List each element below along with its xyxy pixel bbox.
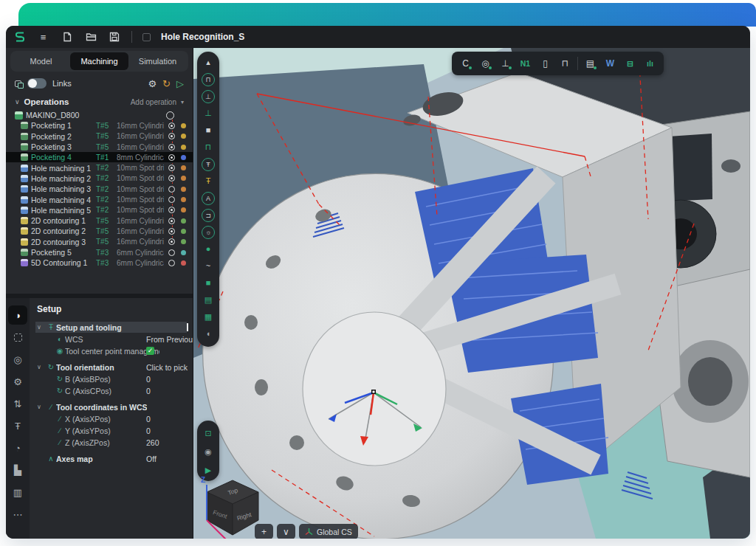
fixture-icon[interactable]: ▙ [8,460,27,480]
part-icon[interactable]: ◖ [197,326,219,341]
tool-holder-icon[interactable]: ⊓ [555,55,575,72]
section-value[interactable]: Off [146,455,157,463]
collapse-chevron-icon[interactable]: ▴ [197,55,219,69]
operation-row[interactable]: Hole machining 1 T#2 10mm Spot drill [6,162,193,173]
links-toggle[interactable] [27,78,47,89]
global-cs-button[interactable]: Global CS [299,524,358,539]
section-collapse-icon[interactable]: ∨ [37,364,46,370]
tool-stack-icon[interactable]: ⊟ [620,55,640,72]
operation-row[interactable]: Pocketing 5 T#3 6mm Cylindrical [6,247,193,258]
setup-row[interactable]: ∕Y (AxisYPos)0 [37,425,188,436]
operation-status-icon[interactable] [168,143,176,151]
tool-small-icon[interactable]: ⊥ [197,106,219,120]
add-cs-button[interactable]: + [255,524,273,539]
tab-machining[interactable]: Machining [70,52,128,70]
operation-color-dot[interactable] [181,123,186,128]
cs-dropdown-button[interactable]: ∨ [277,524,295,539]
operation-color-dot[interactable] [181,197,186,202]
screwdriver-icon[interactable]: Ŧ [197,156,219,173]
operation-status-icon[interactable] [168,132,176,140]
operation-status-icon[interactable] [168,249,176,257]
setup-section-header[interactable]: ∨↻Tool orientationClick to pick [37,362,188,373]
workpiece-icon[interactable] [8,328,27,347]
setup-row[interactable]: ∕X (AxisXPos)0 [37,413,188,424]
operation-color-dot[interactable] [181,176,186,181]
wcs-setup-icon[interactable]: ◑ [8,305,27,325]
operation-row[interactable]: Pocketing 4 T#1 8mm Cylindrical [6,152,193,162]
tool-icon[interactable]: Ŧ [8,416,27,435]
operation-row[interactable]: Hole machining 5 T#2 10mm Spot drill [6,205,193,215]
setup-row-value[interactable]: 0 [146,426,151,435]
operation-status-icon[interactable] [168,206,176,214]
operation-status-icon[interactable] [168,259,176,267]
operation-row[interactable]: Pocketing 3 T#5 16mm Cylindrica [6,142,193,152]
operation-row[interactable]: 2D contouring 2 T#5 16mm Cylindrica [6,226,193,236]
operation-color-dot[interactable] [181,260,186,266]
toolpath-compare-icon[interactable]: W [600,55,620,72]
machining-process-icon[interactable]: ◎ [8,350,27,369]
operation-row[interactable]: 5D Contouring 1 T#3 6mm Cylindrical [6,258,193,268]
machine-panel-icon[interactable]: ▤ [580,55,600,72]
tool-check-icon[interactable]: ⊥ [197,89,219,105]
collision-control-icon[interactable]: C [456,55,475,72]
operation-color-dot[interactable] [181,134,186,139]
regenerate-icon[interactable]: ↻ [162,79,171,89]
save-icon[interactable] [108,30,121,44]
menu-icon[interactable]: ≡ [37,30,50,44]
run-simulation-icon[interactable]: ▷ [176,79,184,89]
section-collapse-icon[interactable]: ∨ [37,404,46,410]
operation-color-dot[interactable] [181,187,186,192]
operations-collapse-icon[interactable]: ∨ [15,98,20,106]
add-operation-caret-icon[interactable]: ▾ [181,99,184,106]
operation-row[interactable]: Pocketing 2 T#5 16mm Cylindrica [6,131,193,142]
operation-color-dot[interactable] [181,239,186,244]
view-sphere-icon[interactable]: ◉ [197,444,219,459]
bracket-icon[interactable]: ⊐ [197,207,219,224]
operation-status-icon[interactable] [168,217,176,225]
viewport-3d[interactable]: C◎⊥N1▯⊓▤W⊟ılı ▴⊓⊥⊥■⊓ŦŦA⊐☼●~■▤▦◖ ⊡◉▶ Top … [193,48,750,539]
setup-row[interactable]: ↻B (AxisBPos)0 [37,373,188,384]
setup-row-value[interactable]: 0 [146,387,151,395]
operation-color-dot[interactable] [181,145,186,150]
book-icon[interactable]: ▤ [197,292,219,307]
clamp-icon[interactable]: ▥ [8,483,27,502]
setup-section-header[interactable]: ∨ŦSetup and tooling [35,322,187,333]
operation-status-icon[interactable] [168,185,176,193]
setup-row[interactable]: ◉Tool center point managemen✓ [37,345,188,356]
open-folder-icon[interactable] [84,30,97,44]
settings-icon[interactable]: ⚙ [8,372,27,391]
tab-simulation[interactable]: Simulation [128,52,187,70]
operation-status-icon[interactable] [168,238,176,246]
operation-status-icon[interactable] [168,227,176,235]
setup-row[interactable]: ∕Z (AxisZPos)260 [37,437,188,448]
operation-color-dot[interactable] [181,218,186,224]
head-icon[interactable]: A [197,190,219,207]
document-icon[interactable]: ▯ [535,55,555,72]
machine-status-icon[interactable] [166,111,174,120]
operation-status-icon[interactable] [168,196,176,204]
operation-color-dot[interactable] [181,250,186,255]
axes-limits-icon[interactable]: ⇅ [8,394,27,413]
operation-row[interactable]: 2D contouring 3 T#5 16mm Cylindrica [6,237,193,247]
workpiece-block-icon[interactable]: ■ [197,122,219,137]
gcode-icon[interactable]: N1 [515,55,535,72]
project-checkbox-icon[interactable] [142,33,151,41]
operation-row[interactable]: 2D contouring 1 T#5 16mm Cylindrica [6,215,193,226]
setup-row-value[interactable]: 0 [146,375,151,384]
structure-icon[interactable] [15,80,21,87]
operation-row[interactable]: Hole machining 3 T#2 10mm Spot drill [6,184,193,194]
setup-row-value[interactable]: 260 [146,438,159,447]
cage-icon[interactable]: ▦ [197,309,219,324]
tab-model[interactable]: Model [12,52,70,70]
operation-row[interactable]: Hole machining 2 T#2 10mm Spot drill [6,173,193,184]
machining-time-icon[interactable]: ◔ [8,438,27,457]
settings-gear-icon[interactable]: ⚙ [148,79,157,89]
operation-status-icon[interactable] [168,122,176,130]
setup-section-header[interactable]: ∨∕Tool coordinates in WCS [37,401,188,412]
more-icon[interactable]: ⋯ [8,505,27,524]
section-value[interactable]: Click to pick [146,363,188,372]
probe-icon[interactable]: ⊥ [495,55,515,72]
fit-view-icon[interactable]: ⊡ [197,426,219,440]
burst-icon[interactable]: ☼ [197,224,219,241]
holder-check-icon[interactable]: ⊓ [197,72,219,88]
